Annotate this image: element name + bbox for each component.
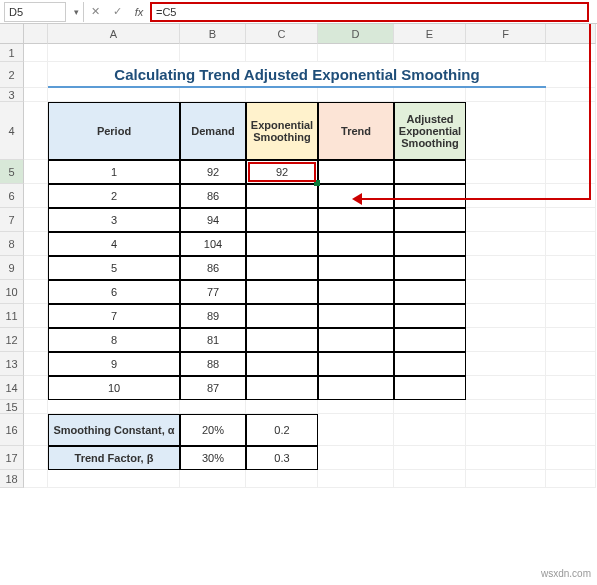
cell-A8[interactable] (24, 232, 48, 256)
cell-demand-7[interactable]: 94 (180, 208, 246, 232)
cell-adj-7[interactable] (394, 208, 466, 232)
spreadsheet-grid[interactable]: ABCDEF12Calculating Trend Adjusted Expon… (0, 24, 597, 488)
row-header-16[interactable]: 16 (0, 414, 24, 446)
cell-3-5[interactable] (394, 88, 466, 102)
cell-exp-12[interactable] (246, 328, 318, 352)
param-alpha-pct[interactable]: 20% (180, 414, 246, 446)
cell-blank-r10b[interactable] (546, 280, 596, 304)
cell-A6[interactable] (24, 184, 48, 208)
cell-18-1[interactable] (48, 470, 180, 488)
cell-blank-r16[interactable] (466, 414, 546, 446)
cell-A13[interactable] (24, 352, 48, 376)
column-header-C[interactable]: C (246, 24, 318, 44)
cell-trend-9[interactable] (318, 256, 394, 280)
cell-adj-14[interactable] (394, 376, 466, 400)
cell-A12[interactable] (24, 328, 48, 352)
column-header-A[interactable]: A (48, 24, 180, 44)
cell-blank-r8[interactable] (466, 232, 546, 256)
cell-exp-8[interactable] (246, 232, 318, 256)
cell-18-7[interactable] (546, 470, 596, 488)
cell-15-2[interactable] (180, 400, 246, 414)
cell-blank-r4[interactable] (466, 102, 546, 160)
cell-blank-r7[interactable] (466, 208, 546, 232)
cell-trend-7[interactable] (318, 208, 394, 232)
cell-period-14[interactable]: 10 (48, 376, 180, 400)
row-header-8[interactable]: 8 (0, 232, 24, 256)
row-header-14[interactable]: 14 (0, 376, 24, 400)
cell-blank-r13b[interactable] (546, 352, 596, 376)
cell-demand-5[interactable]: 92 (180, 160, 246, 184)
cell-1-0[interactable] (24, 44, 48, 62)
row-header-4[interactable]: 4 (0, 102, 24, 160)
cell-blank-r16b[interactable] (546, 414, 596, 446)
row-header-13[interactable]: 13 (0, 352, 24, 376)
cell-blank-r7b[interactable] (546, 208, 596, 232)
cell-1-1[interactable] (48, 44, 180, 62)
cell-F17[interactable] (394, 446, 466, 470)
param-beta-val[interactable]: 0.3 (246, 446, 318, 470)
cell-trend-14[interactable] (318, 376, 394, 400)
cell-adj-10[interactable] (394, 280, 466, 304)
cell-1-2[interactable] (180, 44, 246, 62)
cell-A4[interactable] (24, 102, 48, 160)
cell-demand-6[interactable]: 86 (180, 184, 246, 208)
cell-18-4[interactable] (318, 470, 394, 488)
cell-adj-11[interactable] (394, 304, 466, 328)
row-header-5[interactable]: 5 (0, 160, 24, 184)
cell-exp-9[interactable] (246, 256, 318, 280)
formula-input[interactable]: =C5 (150, 2, 589, 22)
cell-adj-8[interactable] (394, 232, 466, 256)
cell-adj-5[interactable] (394, 160, 466, 184)
row-header-17[interactable]: 17 (0, 446, 24, 470)
row-header-2[interactable]: 2 (0, 62, 24, 88)
cell-15-7[interactable] (546, 400, 596, 414)
cell-3-6[interactable] (466, 88, 546, 102)
cell-trend-13[interactable] (318, 352, 394, 376)
cell-demand-10[interactable]: 77 (180, 280, 246, 304)
cell-A16[interactable] (24, 414, 48, 446)
cell-demand-9[interactable]: 86 (180, 256, 246, 280)
cell-18-6[interactable] (466, 470, 546, 488)
cell-3-2[interactable] (180, 88, 246, 102)
cell-exp-6[interactable] (246, 184, 318, 208)
row-header-9[interactable]: 9 (0, 256, 24, 280)
column-header-B[interactable]: B (180, 24, 246, 44)
row-header-7[interactable]: 7 (0, 208, 24, 232)
cell-1-4[interactable] (318, 44, 394, 62)
cell-blank-r9b[interactable] (546, 256, 596, 280)
cell-exp-14[interactable] (246, 376, 318, 400)
cell-demand-12[interactable]: 81 (180, 328, 246, 352)
cell-adj-12[interactable] (394, 328, 466, 352)
column-header-E[interactable]: E (394, 24, 466, 44)
cell-period-8[interactable]: 4 (48, 232, 180, 256)
cell-blank-r17b[interactable] (546, 446, 596, 470)
cell-F16[interactable] (394, 414, 466, 446)
cell-period-11[interactable]: 7 (48, 304, 180, 328)
cell-trend-10[interactable] (318, 280, 394, 304)
cell-blank-r14b[interactable] (546, 376, 596, 400)
confirm-icon[interactable]: ✓ (106, 2, 128, 22)
cell-18-2[interactable] (180, 470, 246, 488)
cell-A14[interactable] (24, 376, 48, 400)
row-header-15[interactable]: 15 (0, 400, 24, 414)
cell-15-4[interactable] (318, 400, 394, 414)
select-all-corner[interactable] (0, 24, 24, 44)
cell-blank-r5[interactable] (466, 160, 546, 184)
cell-15-5[interactable] (394, 400, 466, 414)
cell-A2[interactable] (24, 62, 48, 88)
row-header-3[interactable]: 3 (0, 88, 24, 102)
cancel-icon[interactable]: ✕ (84, 2, 106, 22)
cell-blank-r10[interactable] (466, 280, 546, 304)
cell-blank-r14[interactable] (466, 376, 546, 400)
cell-period-9[interactable]: 5 (48, 256, 180, 280)
param-beta-pct[interactable]: 30% (180, 446, 246, 470)
row-header-11[interactable]: 11 (0, 304, 24, 328)
cell-blank-r12[interactable] (466, 328, 546, 352)
cell-period-10[interactable]: 6 (48, 280, 180, 304)
row-header-10[interactable]: 10 (0, 280, 24, 304)
cell-exp-10[interactable] (246, 280, 318, 304)
col-blank[interactable] (24, 24, 48, 44)
cell-A10[interactable] (24, 280, 48, 304)
cell-E16[interactable] (318, 414, 394, 446)
cell-1-3[interactable] (246, 44, 318, 62)
